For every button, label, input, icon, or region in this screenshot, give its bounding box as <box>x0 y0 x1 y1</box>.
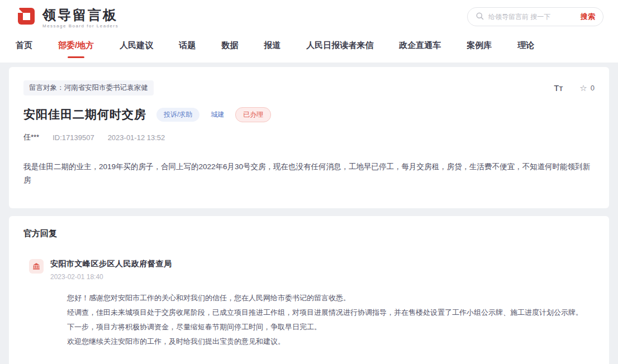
reply-section-title: 官方回复 <box>23 228 595 239</box>
nav-item-ministries-local[interactable]: 部委/地方 <box>58 40 94 51</box>
site-title: 领导留言板 <box>42 8 118 22</box>
message-time: 2023-01-12 13:52 <box>108 133 165 142</box>
recipient-value: 河南省安阳市委书记袁家健 <box>64 84 148 92</box>
nav-item-reader-letters[interactable]: 人民日报读者来信 <box>306 40 373 51</box>
font-size-toggle[interactable]: Tт <box>554 83 563 93</box>
reply-time: 2023-02-01 18:40 <box>50 273 172 281</box>
reply-paragraph: 经调查，佳田未来城项目处于交房收尾阶段，已成立项目推进工作组，对项目进展情况进行… <box>67 305 595 320</box>
logo-speech-bubble-icon <box>15 6 37 30</box>
message-id: ID:17139507 <box>53 133 94 142</box>
favorite-control[interactable]: ☆ 0 <box>579 83 595 93</box>
search-bar: 搜索 <box>467 7 603 26</box>
star-icon: ☆ <box>579 83 587 93</box>
site-logo[interactable]: 领导留言板 Message Board for Leaders <box>15 6 118 30</box>
nav-item-case-library[interactable]: 案例库 <box>467 40 492 51</box>
nav-item-gov-enterprise[interactable]: 政企直通车 <box>399 40 441 51</box>
recipient-label: 留言对象： <box>29 84 64 92</box>
tag-complaint-help: 投诉/求助 <box>156 108 199 122</box>
official-reply-card: 官方回复 安阳市文峰区步区人民政府督查局 2023-02-01 18:40 您好… <box>9 216 609 364</box>
search-input[interactable] <box>488 13 576 21</box>
message-author: 任*** <box>23 132 39 142</box>
nav-item-data[interactable]: 数据 <box>221 40 238 51</box>
nav-item-theory[interactable]: 理论 <box>517 40 534 51</box>
message-body: 我是佳田二期的业主，2019年买的房子，合同上写的2022年6月30号交房，现在… <box>23 160 595 187</box>
site-subtitle: Message Board for Leaders <box>42 23 118 28</box>
reply-body: 您好！感谢您对安阳市工作的关心和对我们的信任，您在人民网给市委书记的留言收悉。 … <box>67 291 595 349</box>
nav-item-people-suggestions[interactable]: 人民建议 <box>120 40 153 51</box>
government-building-icon <box>29 259 44 274</box>
search-icon <box>476 12 484 22</box>
reply-item: 安阳市文峰区步区人民政府督查局 2023-02-01 18:40 您好！感谢您对… <box>23 259 595 349</box>
tag-urban-construction: 城建 <box>210 108 225 122</box>
main-nav: 首页 部委/地方 人民建议 话题 数据 报道 人民日报读者来信 政企直通车 案例… <box>15 32 603 58</box>
tag-status-processed: 已办理 <box>235 107 271 122</box>
reply-department: 安阳市文峰区步区人民政府督查局 <box>50 259 172 269</box>
message-card: 留言对象：河南省安阳市委书记袁家健 Tт ☆ 0 安阳佳田二期何时交房 投诉/求… <box>9 67 609 208</box>
site-header: 领导留言板 Message Board for Leaders 搜索 首页 部委… <box>0 0 618 63</box>
reply-paragraph: 欢迎您继续关注安阳市的工作，及时给我们提出宝贵的意见和建议。 <box>67 334 595 349</box>
recipient-line: 留言对象：河南省安阳市委书记袁家健 <box>23 80 154 95</box>
favorite-count: 0 <box>591 84 595 92</box>
reply-paragraph: 下一步，项目方将积极协调资金，尽量缩短春节期间停工时间，争取早日完工。 <box>67 320 595 334</box>
nav-item-topics[interactable]: 话题 <box>179 40 196 51</box>
message-title: 安阳佳田二期何时交房 <box>23 107 146 122</box>
search-button[interactable]: 搜索 <box>581 12 595 22</box>
reply-paragraph: 您好！感谢您对安阳市工作的关心和对我们的信任，您在人民网给市委书记的留言收悉。 <box>67 291 595 305</box>
nav-item-reports[interactable]: 报道 <box>264 40 281 51</box>
nav-item-home[interactable]: 首页 <box>16 40 32 51</box>
